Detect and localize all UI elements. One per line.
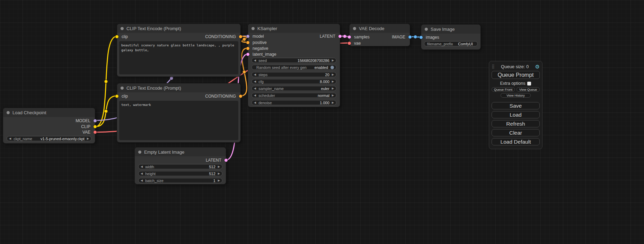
node-title-bar[interactable]: CLIP Text Encode (Prompt) <box>117 24 240 33</box>
latent-output-port[interactable] <box>338 35 342 38</box>
decrease-arrow-icon[interactable]: ◀ <box>141 179 143 182</box>
widget-scheduler[interactable]: ◀ scheduler normal ▶ <box>252 93 336 98</box>
link-midpoint-dot <box>104 80 108 83</box>
clip-output-port[interactable] <box>93 125 97 129</box>
image-output-port[interactable] <box>408 35 412 39</box>
load-button[interactable]: Load <box>492 111 540 118</box>
increase-arrow-icon[interactable]: ▶ <box>332 101 334 104</box>
queue-menu-panel[interactable]: ⣿ Queue size: 0 ⚙ Queue Prompt Extra opt… <box>489 61 542 149</box>
widget-sampler-name[interactable]: ◀ sampler_name euler ▶ <box>252 86 336 91</box>
increase-arrow-icon[interactable]: ▶ <box>218 179 220 182</box>
clip-input-port[interactable] <box>115 35 119 39</box>
drag-handle-icon[interactable]: ⣿ <box>492 64 495 69</box>
widget-filename-prefix[interactable]: filename_prefix ComfyUI <box>424 41 478 46</box>
conditioning-output-port[interactable] <box>239 94 242 98</box>
decrease-arrow-icon[interactable]: ◀ <box>141 165 143 168</box>
node-title-bar[interactable]: Save Image <box>421 25 480 34</box>
node-collapse-dot[interactable] <box>252 27 255 30</box>
model-input-port[interactable] <box>246 35 250 38</box>
widget-random-seed-toggle[interactable]: Random seed after every gen enabled <box>252 65 336 70</box>
node-title: VAE Decode <box>359 26 384 31</box>
increase-arrow-icon[interactable]: ▶ <box>332 80 334 83</box>
settings-gear-icon[interactable]: ⚙ <box>535 64 540 69</box>
widget-steps[interactable]: ◀ steps 20 ▶ <box>252 72 336 77</box>
node-title-bar[interactable]: CLIP Text Encode (Prompt) <box>117 83 240 92</box>
widget-width[interactable]: ◀ width 512 ▶ <box>138 164 222 169</box>
save-button[interactable]: Save <box>492 102 540 109</box>
queue-size-label: Queue size: 0 <box>501 64 529 69</box>
decrease-arrow-icon[interactable]: ◀ <box>254 94 256 97</box>
view-queue-button[interactable]: View Queue <box>517 87 540 92</box>
widget-batch-size[interactable]: ◀ batch_size 1 ▶ <box>138 178 222 183</box>
vae-output-port[interactable] <box>93 130 97 134</box>
increase-arrow-icon[interactable]: ▶ <box>332 73 334 76</box>
node-collapse-dot[interactable] <box>353 27 356 30</box>
node-graph-canvas[interactable]: Load Checkpoint MODEL CLIP VAE ◀ ckpt_na… <box>0 0 644 244</box>
widget-seed[interactable]: ◀ seed 156680208700286 ▶ <box>252 58 336 63</box>
increase-arrow-icon[interactable]: ▶ <box>218 172 220 175</box>
node-collapse-dot[interactable] <box>7 111 10 114</box>
latent-output-port[interactable] <box>224 159 228 162</box>
extra-options-checkbox[interactable] <box>527 82 531 85</box>
decrease-arrow-icon[interactable]: ◀ <box>254 80 256 83</box>
decrease-arrow-icon[interactable]: ◀ <box>254 87 256 90</box>
node-collapse-dot[interactable] <box>121 27 124 30</box>
increase-arrow-icon[interactable]: ▶ <box>332 87 334 90</box>
node-empty-latent-image[interactable]: Empty Latent Image LATENT ◀ width 512 ▶ … <box>134 147 226 184</box>
load-default-button[interactable]: Load Default <box>492 138 540 145</box>
negative-prompt-textarea[interactable]: text, watermark <box>119 101 238 140</box>
node-collapse-dot[interactable] <box>425 28 428 31</box>
model-output-port[interactable] <box>93 119 97 123</box>
decrease-arrow-icon[interactable]: ◀ <box>9 137 11 140</box>
refresh-button[interactable]: Refresh <box>492 120 540 127</box>
latent-image-input-port[interactable] <box>246 53 250 56</box>
slot-row-samples-image: samples IMAGE <box>350 35 410 39</box>
node-save-image[interactable]: Save Image images filename_prefix ComfyU… <box>421 24 481 50</box>
node-title-bar[interactable]: Empty Latent Image <box>135 147 226 156</box>
vae-input-port[interactable] <box>347 42 351 45</box>
negative-input-port[interactable] <box>246 47 250 51</box>
images-input-port[interactable] <box>419 36 423 39</box>
output-slot-latent: LATENT <box>135 158 226 163</box>
clear-button[interactable]: Clear <box>492 129 540 136</box>
input-slot-vae: vae <box>350 41 410 46</box>
slot-row: clip CONDITIONING <box>117 94 240 99</box>
input-slot-latent-image: latent_image <box>248 52 340 57</box>
node-clip-text-encode-negative[interactable]: CLIP Text Encode (Prompt) clip CONDITION… <box>117 83 241 143</box>
node-collapse-dot[interactable] <box>121 87 124 90</box>
node-title: CLIP Text Encode (Prompt) <box>126 26 181 31</box>
decrease-arrow-icon[interactable]: ◀ <box>254 59 256 62</box>
widget-denoise[interactable]: ◀ denoise 1.000 ▶ <box>252 100 336 105</box>
node-title-bar[interactable]: KSampler <box>248 24 340 33</box>
queue-prompt-button[interactable]: Queue Prompt <box>492 71 540 79</box>
node-ksampler[interactable]: KSampler model LATENT positive negative … <box>248 24 340 107</box>
view-history-button[interactable]: View History <box>501 93 530 98</box>
decrease-arrow-icon[interactable]: ◀ <box>254 101 256 104</box>
menu-header: ⣿ Queue size: 0 ⚙ <box>492 63 540 70</box>
increase-arrow-icon[interactable]: ▶ <box>87 137 89 140</box>
link-midpoint-dot <box>242 38 246 41</box>
widget-ckpt-name[interactable]: ◀ ckpt_name v1-5-pruned-emaonly.ckpt ▶ <box>7 136 91 141</box>
node-title-bar[interactable]: VAE Decode <box>350 24 410 33</box>
increase-arrow-icon[interactable]: ▶ <box>332 59 334 62</box>
widget-cfg[interactable]: ◀ cfg 8.000 ▶ <box>252 79 336 84</box>
decrease-arrow-icon[interactable]: ◀ <box>141 172 143 175</box>
positive-input-port[interactable] <box>246 41 250 45</box>
decrease-arrow-icon[interactable]: ◀ <box>254 73 256 76</box>
output-slot-clip: CLIP <box>3 124 95 129</box>
increase-arrow-icon[interactable]: ▶ <box>332 94 334 97</box>
node-clip-text-encode-positive[interactable]: CLIP Text Encode (Prompt) clip CONDITION… <box>117 24 241 77</box>
clip-input-port[interactable] <box>115 94 119 98</box>
queue-front-button[interactable]: Queue Front <box>492 87 515 92</box>
widget-height[interactable]: ◀ height 512 ▶ <box>138 171 222 176</box>
samples-input-port[interactable] <box>347 35 351 39</box>
conditioning-output-port[interactable] <box>239 35 242 39</box>
node-collapse-dot[interactable] <box>138 151 141 154</box>
node-vae-decode[interactable]: VAE Decode samples IMAGE vae <box>349 24 410 46</box>
positive-prompt-textarea[interactable]: beautiful scenery nature glass bottle la… <box>119 41 238 74</box>
toggle-knob[interactable] <box>330 66 334 69</box>
node-title-bar[interactable]: Load Checkpoint <box>3 108 95 117</box>
increase-arrow-icon[interactable]: ▶ <box>218 165 220 168</box>
node-load-checkpoint[interactable]: Load Checkpoint MODEL CLIP VAE ◀ ckpt_na… <box>3 108 95 144</box>
input-slot-images: images <box>421 35 480 40</box>
